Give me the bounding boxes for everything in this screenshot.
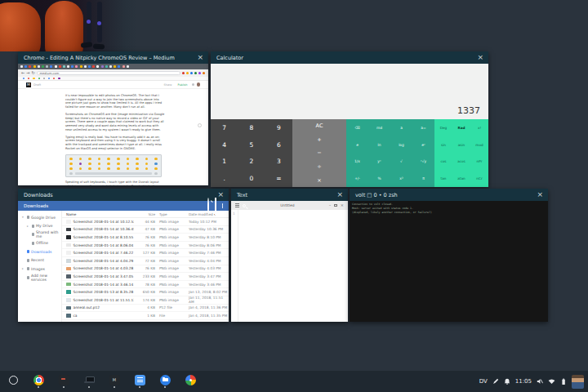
column-header-size[interactable]: Size [134,212,155,216]
document-tab[interactable]: Untitled [249,203,326,207]
chrome-app-icon[interactable] [33,375,44,389]
calc-key-atan[interactable]: atan [452,170,470,187]
calc-key-ac[interactable]: AC [292,119,346,133]
calc-key-x[interactable]: x² [390,170,412,187]
avatar[interactable] [197,82,201,87]
wifi-icon[interactable] [548,378,555,385]
tab-strip[interactable] [18,64,208,69]
forward-icon[interactable]: → [26,71,29,75]
mosh-app-icon[interactable] [109,375,120,389]
calc-key-deg[interactable]: Deg [434,119,452,136]
url-bar[interactable]: medium.com [37,71,180,76]
bookmark-favicon[interactable] [58,78,60,79]
close-icon[interactable]: × [192,54,208,61]
calc-key-x[interactable]: x! [470,119,488,136]
calc-key-y[interactable]: yˣ [368,154,390,171]
calc-key-ncr[interactable]: nCr [470,170,488,187]
keyboard-layout-indicator[interactable]: DV [479,378,488,385]
window-terminal[interactable]: volt □ 0 • 0 zsh × Connection to volt cl… [350,189,548,322]
launcher-icon[interactable] [7,375,19,389]
calc-key-npr[interactable]: nPr [470,154,488,171]
notifications-icon[interactable] [504,378,510,385]
extension-icons[interactable] [182,72,205,74]
user-avatar[interactable] [572,375,584,389]
calc-key-e[interactable]: e [346,136,368,154]
calc-key-log[interactable]: log [390,136,412,154]
calc-key-fn[interactable]: π [412,170,434,187]
column-header-name[interactable]: Name [62,212,134,216]
window-calculator[interactable]: Calculator × 1337 789456123.0= AC+−÷× ⌫m… [211,51,488,187]
file-row[interactable]: Screenshot 2018-01-14 at 4.03.28 PM.png7… [62,265,229,274]
photos-app-icon[interactable] [185,375,196,389]
terminal-output[interactable]: Connection to volt closed.Mosh: server e… [350,201,548,322]
chrome-window-titlebar[interactable]: Chrome - Editing A Nitpicky ChromeOS Rev… [18,51,208,64]
calc-key-op[interactable]: ÷ [292,160,346,174]
calc-key-1-x[interactable]: 1/x [346,154,368,171]
menu-icon[interactable] [235,203,239,207]
minimize-icon[interactable]: – [329,203,332,207]
medium-add-button[interactable] [198,123,202,127]
sidebar-item-add-new-services[interactable]: Add new services [18,274,61,283]
files-app-icon[interactable] [159,375,171,389]
text-titlebar[interactable]: Text × [231,189,348,201]
extension-icon[interactable] [198,72,201,74]
bookmark-favicon[interactable] [48,78,50,79]
calc-key-acos[interactable]: acos [452,154,470,171]
close-icon[interactable]: × [332,191,348,198]
clock[interactable]: 11:05 [515,378,532,385]
sidebar-item-google-drive[interactable]: ▾Google Drive [18,213,61,222]
view-toggle-icon[interactable] [215,198,216,214]
medium-logo[interactable]: M [26,82,31,87]
share-button[interactable]: Share [163,83,174,87]
calc-key-fn[interactable]: √ [390,154,412,171]
search-icon[interactable] [243,204,246,207]
terminal-titlebar[interactable]: volt □ 0 • 0 zsh × [350,189,548,201]
bookmark-favicon[interactable] [23,78,24,79]
battery-icon[interactable] [560,378,567,385]
sidebar-item-downloads[interactable]: Downloads [18,247,61,256]
window-chrome[interactable]: Chrome - Editing A Nitpicky ChromeOS Rev… [18,51,208,185]
bookmark-favicon[interactable] [53,78,55,79]
stylus-icon[interactable] [492,378,499,385]
extension-icon[interactable] [186,72,189,74]
calc-key-mod[interactable]: mod [470,136,488,154]
calc-key-6[interactable]: 6 [265,136,292,154]
calc-key-op[interactable]: × [292,173,346,187]
file-row[interactable]: Screenshot 2018-01-14 at 7.46.22 PM.png1… [62,249,229,257]
calc-key-9[interactable]: 9 [265,119,292,136]
calc-key-[interactable]: = [265,170,292,187]
calc-key-a[interactable]: a= [412,119,434,136]
restore-icon[interactable] [334,204,337,207]
back-icon[interactable]: ← [21,71,24,75]
calc-key-y[interactable]: ˣ√y [412,154,434,171]
calculator-app-icon[interactable] [58,375,69,389]
bookmark-favicon[interactable] [43,78,45,79]
bookmark-favicon[interactable] [33,78,34,79]
sidebar-item-images[interactable]: ▸Images [18,265,61,274]
calc-key-asin[interactable]: asin [452,136,470,154]
calc-key-[interactable]: . [211,170,238,187]
calc-key-fn[interactable]: % [368,170,390,187]
window-text-editor[interactable]: Text × Untitled – × 1 [231,189,348,322]
file-row[interactable]: Screenshot 2018-01-14 at 10.36.45 PM.png… [62,226,229,234]
extension-icon[interactable] [182,72,185,74]
calc-key-7[interactable]: 7 [211,119,238,136]
calculator-titlebar[interactable]: Calculator × [211,51,488,64]
file-row[interactable]: Screenshot 2018-01-14 at 4.04.29 PM.png7… [62,257,229,265]
calc-key-8[interactable]: 8 [238,119,265,136]
extension-icon[interactable] [194,72,197,74]
crosh-app-icon[interactable] [83,375,95,389]
file-row[interactable]: Screenshot 2018-01-14 at 8.10.55 PM.png7… [62,234,229,242]
calc-key-op[interactable]: + [292,133,346,147]
bookmark-favicon[interactable] [28,78,29,79]
calc-key-3[interactable]: 3 [265,154,292,171]
calc-key-sin[interactable]: sin [434,136,452,154]
text-editor-area[interactable]: 1 [231,210,348,322]
calc-key-tan[interactable]: tan [434,170,452,187]
column-header-type[interactable]: Type [155,212,185,216]
system-tray[interactable]: DV 11:05 [479,375,584,389]
calc-key-rad[interactable]: Rad [452,119,470,136]
calc-key-5[interactable]: 5 [238,136,265,154]
reload-icon[interactable]: ↻ [31,71,34,75]
calc-key-4[interactable]: 4 [211,136,238,154]
